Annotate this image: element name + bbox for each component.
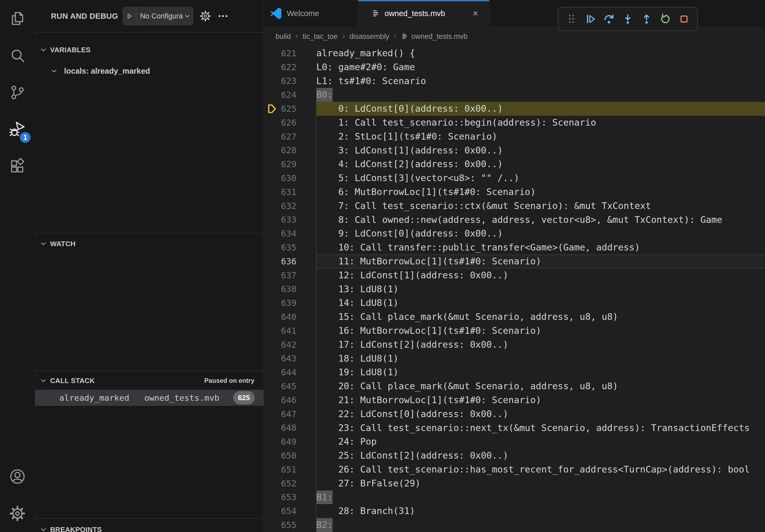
code-line-content[interactable]: 7: Call test_scenario::ctx(&mut Scenario… [316,199,765,213]
breadcrumb-item[interactable]: owned_tests.mvb [411,32,467,41]
code-line-content[interactable]: 8: Call owned::new(address, address, vec… [316,213,765,227]
line-number-gutter[interactable]: 642 [264,338,316,352]
line-number-gutter[interactable]: 630 [264,171,316,185]
code-line-content[interactable]: 19: LdU8(1) [316,366,765,379]
line-number-gutter[interactable]: 628 [264,143,316,157]
line-number-gutter[interactable]: 623 [264,74,316,88]
code-line-content[interactable]: 12: LdConst[1](address: 0x00..) [316,268,765,282]
code-line-content[interactable]: 3: LdConst[1](address: 0x00..) [316,143,765,157]
close-icon[interactable] [471,9,479,17]
code-line-content[interactable]: 26: Call test_scenario::has_most_recent_… [316,463,765,476]
call-stack-section-header[interactable]: CALL STACK Paused on entry [35,373,264,388]
step-out-button[interactable] [641,13,652,25]
code-editor[interactable]: 621already_marked() {622L0: game#2#0: Ga… [264,46,765,532]
line-number-gutter[interactable]: 646 [264,393,316,407]
breakpoints-section-header[interactable]: BREAKPOINTS [35,522,264,532]
line-number-gutter[interactable]: 647 [264,407,316,421]
gear-icon[interactable] [200,10,211,22]
more-actions-icon[interactable] [217,10,229,22]
debug-configuration-select[interactable]: No Configura [136,12,184,20]
variables-scope-locals[interactable]: locals: already_marked [35,64,264,78]
sidebar-item-explorer[interactable] [0,0,35,37]
line-number-gutter[interactable]: 653 [264,490,316,504]
line-number-gutter[interactable]: 650 [264,449,316,463]
code-line-content[interactable]: L0: game#2#0: Game [316,60,765,74]
code-line-content[interactable]: 15: Call place_mark(&mut Scenario, addre… [316,310,765,324]
line-number-gutter[interactable]: 635 [264,241,316,254]
line-number-gutter[interactable]: 631 [264,185,316,199]
call-stack-frame[interactable]: already_marked owned_tests.mvb 625 [35,390,264,406]
code-line-content[interactable]: 17: LdConst[2](address: 0x00..) [316,338,765,352]
code-line-content[interactable]: 25: LdConst[2](address: 0x00..) [316,449,765,463]
line-number-gutter[interactable]: 640 [264,310,316,324]
code-line-content[interactable]: 2: StLoc[1](ts#1#0: Scenario) [316,130,765,143]
line-number-gutter[interactable]: 629 [264,157,316,171]
code-line-content[interactable]: 14: LdU8(1) [316,296,765,310]
line-number-gutter[interactable]: 622 [264,60,316,74]
step-into-button[interactable] [622,13,633,25]
code-line-content[interactable]: 10: Call transfer::public_transfer<Game>… [316,241,765,254]
continue-button[interactable] [585,13,596,25]
sidebar-item-extensions[interactable] [0,148,35,185]
code-line-content[interactable]: 9: LdConst[0](address: 0x00..) [316,227,765,241]
toolbar-drag-handle[interactable] [566,13,577,25]
code-line-content[interactable]: 18: LdU8(1) [316,352,765,366]
line-number-gutter[interactable]: 636 [264,254,316,268]
stop-button[interactable] [678,13,690,25]
line-number-gutter[interactable]: 625 [264,102,316,116]
code-line-content[interactable]: 23: Call test_scenario::next_tx(&mut Sce… [316,421,765,435]
line-number-gutter[interactable]: 637 [264,268,316,282]
code-line-content[interactable]: already_marked() { [316,46,765,60]
code-line-content[interactable]: 20: Call place_mark(&mut Scenario, addre… [316,379,765,393]
sidebar-item-search[interactable] [0,37,35,74]
line-number-gutter[interactable]: 626 [264,116,316,130]
line-number-gutter[interactable]: 648 [264,421,316,435]
code-line-content[interactable]: 6: MutBorrowLoc[1](ts#1#0: Scenario) [316,185,765,199]
code-line-content[interactable]: 28: Branch(31) [316,504,765,518]
line-number-gutter[interactable]: 621 [264,46,316,60]
step-over-button[interactable] [603,13,615,25]
line-number-gutter[interactable]: 655 [264,518,316,532]
line-number-gutter[interactable]: 645 [264,379,316,393]
line-number-gutter[interactable]: 627 [264,130,316,143]
code-line-content[interactable]: 0: LdConst[0](address: 0x00..) [316,102,765,116]
line-number-gutter[interactable]: 633 [264,213,316,227]
line-number-gutter[interactable]: 651 [264,463,316,476]
code-line-content[interactable]: 27: BrFalse(29) [316,476,765,490]
line-number-gutter[interactable]: 632 [264,199,316,213]
code-line-content[interactable]: 16: MutBorrowLoc[1](ts#1#0: Scenario) [316,324,765,338]
manage-button[interactable] [0,495,35,532]
account-button[interactable] [0,458,35,495]
breadcrumb-item[interactable]: tic_tac_toe [303,32,338,41]
tab-owned-tests[interactable]: owned_tests.mvb [358,0,489,27]
line-number-gutter[interactable]: 654 [264,504,316,518]
line-number-gutter[interactable]: 641 [264,324,316,338]
code-line-content[interactable]: 4: LdConst[2](address: 0x00..) [316,157,765,171]
code-line-content[interactable]: B2: [316,518,765,532]
code-line-content[interactable]: 11: MutBorrowLoc[1](ts#1#0: Scenario) [316,254,765,268]
code-line-content[interactable]: 5: LdConst[3](vector<u8>: "" /..) [316,171,765,185]
code-line-content[interactable]: B0: [316,88,765,102]
debug-configuration-button[interactable]: No Configura [123,7,194,25]
breadcrumb-item[interactable]: disassembly [350,32,389,41]
code-line-content[interactable]: 21: MutBorrowLoc[1](ts#1#0: Scenario) [316,393,765,407]
code-line-content[interactable]: 22: LdConst[0](address: 0x00..) [316,407,765,421]
code-line-content[interactable]: L1: ts#1#0: Scenario [316,74,765,88]
breadcrumb-item[interactable]: build [276,32,291,41]
start-debugging-icon[interactable] [123,7,136,25]
line-number-gutter[interactable]: 649 [264,435,316,449]
sidebar-item-source-control[interactable] [0,74,35,111]
code-line-content[interactable]: 24: Pop [316,435,765,449]
line-number-gutter[interactable]: 652 [264,476,316,490]
line-number-gutter[interactable]: 643 [264,352,316,366]
tab-welcome[interactable]: Welcome [264,0,358,27]
code-line-content[interactable]: B1: [316,490,765,504]
line-number-gutter[interactable]: 644 [264,366,316,379]
sidebar-item-run-and-debug[interactable]: 1 [0,111,35,148]
line-number-gutter[interactable]: 639 [264,296,316,310]
line-number-gutter[interactable]: 638 [264,282,316,296]
line-number-gutter[interactable]: 634 [264,227,316,241]
restart-button[interactable] [660,13,671,25]
line-number-gutter[interactable]: 624 [264,88,316,102]
code-line-content[interactable]: 1: Call test_scenario::begin(address): S… [316,116,765,130]
